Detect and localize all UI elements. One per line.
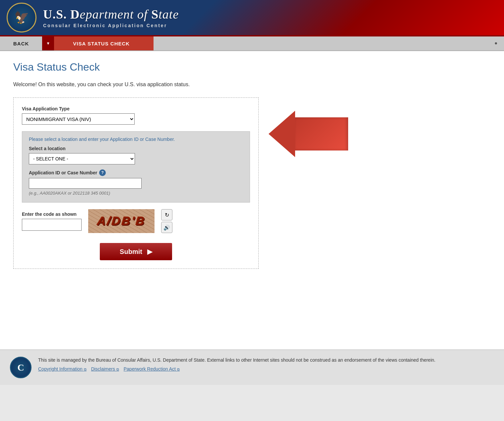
disclaimers-external-icon: ⧉ bbox=[116, 367, 119, 371]
seal-icon: 🦅 bbox=[14, 11, 29, 25]
disclaimers-link[interactable]: Disclaimers ⧉ bbox=[91, 366, 119, 372]
header-seal: 🦅 bbox=[7, 3, 36, 32]
copyright-link[interactable]: Copyright Information ⧉ bbox=[38, 366, 87, 372]
captcha-input-group: Enter the code as shown bbox=[22, 211, 82, 231]
submit-section: Submit ▶ bbox=[22, 243, 250, 260]
app-id-label: Application ID or Case Number ? bbox=[29, 169, 243, 176]
main-content: Visa Status Check Welcome! On this websi… bbox=[0, 51, 504, 349]
location-label: Select a location bbox=[29, 146, 243, 151]
app-id-label-text: Application ID or Case Number bbox=[29, 170, 97, 175]
visa-type-label: Visa Application Type bbox=[22, 106, 250, 111]
captcha-label: Enter the code as shown bbox=[22, 211, 82, 217]
footer-seal-letter: C bbox=[17, 362, 24, 373]
header-text: U.S. Department of State Consular Electr… bbox=[43, 7, 179, 28]
header: 🦅 U.S. Department of State Consular Elec… bbox=[0, 0, 504, 36]
form-outer: Visa Application Type NONIMMIGRANT VISA … bbox=[13, 97, 491, 269]
header-subtitle: Consular Electronic Application Center bbox=[43, 23, 179, 28]
footer-managed-text: This site is managed by the Bureau of Co… bbox=[38, 357, 435, 363]
app-id-example: (e.g., AA0020AKAX or 2012118 345 0001) bbox=[29, 191, 243, 196]
refresh-captcha-button[interactable]: ↻ bbox=[161, 209, 172, 220]
footer: C This site is managed by the Bureau of … bbox=[0, 349, 504, 385]
nav-dropdown-arrow[interactable]: ▼ bbox=[42, 36, 54, 50]
help-icon[interactable]: ? bbox=[99, 169, 106, 176]
footer-text: This site is managed by the Bureau of Co… bbox=[38, 357, 435, 373]
footer-seal: C bbox=[10, 357, 31, 378]
audio-captcha-button[interactable]: 🔊 bbox=[161, 222, 172, 233]
app-id-input[interactable] bbox=[29, 178, 142, 189]
current-page-label: VISA STATUS CHECK bbox=[54, 36, 154, 50]
back-button[interactable]: BACK bbox=[0, 36, 42, 50]
form-container: Visa Application Type NONIMMIGRANT VISA … bbox=[13, 97, 259, 269]
nav-dot: • bbox=[495, 36, 504, 50]
submit-label: Submit bbox=[120, 248, 142, 256]
paperwork-external-icon: ⧉ bbox=[177, 367, 180, 371]
page-title: Visa Status Check bbox=[13, 61, 491, 73]
footer-links: Copyright Information ⧉ Disclaimers ⧉ Pa… bbox=[38, 366, 435, 373]
captcha-icons: ↻ 🔊 bbox=[161, 209, 172, 233]
header-title: U.S. Department of State bbox=[43, 7, 179, 22]
arrow-pointer bbox=[269, 111, 348, 157]
captcha-section: Enter the code as shown A/DB'B ↻ 🔊 bbox=[22, 209, 250, 233]
welcome-text: Welcome! On this website, you can check … bbox=[13, 82, 491, 88]
copyright-external-icon: ⧉ bbox=[84, 367, 87, 371]
navbar: BACK ▼ VISA STATUS CHECK • bbox=[0, 36, 504, 51]
paperwork-link[interactable]: Paperwork Reduction Act ⧉ bbox=[124, 366, 180, 372]
visa-type-select[interactable]: NONIMMIGRANT VISA (NIV) bbox=[22, 113, 135, 125]
arrow-left-triangle bbox=[269, 111, 295, 157]
captcha-text: A/DB'B bbox=[96, 214, 146, 228]
captcha-input[interactable] bbox=[22, 219, 82, 231]
submit-arrow-icon: ▶ bbox=[147, 248, 152, 256]
arrow-body bbox=[295, 117, 348, 150]
hint-text: Please select a location and enter your … bbox=[29, 137, 243, 142]
location-select[interactable]: - SELECT ONE - bbox=[29, 153, 135, 164]
app-id-section: Application ID or Case Number ? (e.g., A… bbox=[29, 169, 243, 196]
inner-form: Please select a location and enter your … bbox=[22, 131, 250, 203]
submit-button[interactable]: Submit ▶ bbox=[100, 243, 172, 260]
captcha-image: A/DB'B bbox=[88, 209, 155, 233]
visa-type-section: Visa Application Type NONIMMIGRANT VISA … bbox=[22, 106, 250, 125]
